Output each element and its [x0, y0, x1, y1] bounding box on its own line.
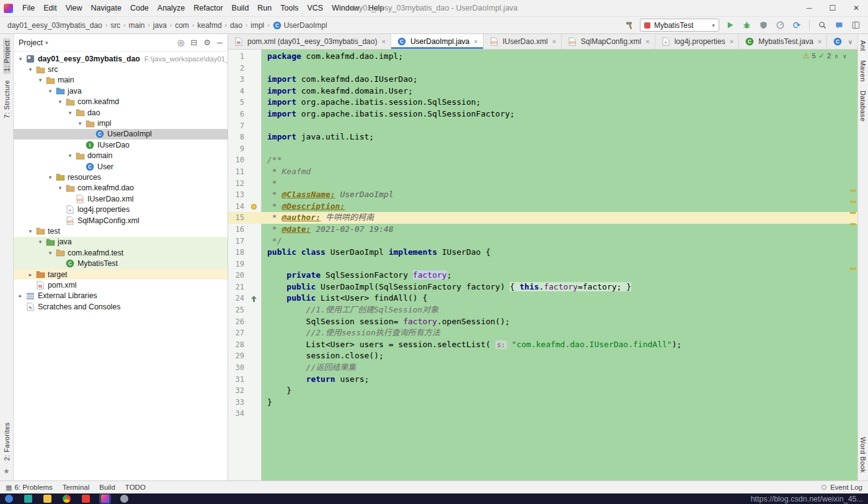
code-line-33[interactable]: 33} — [228, 397, 857, 409]
expand-arrow[interactable]: ▾ — [36, 77, 45, 83]
debug-button[interactable] — [740, 19, 753, 32]
code-line-20[interactable]: 20 private SqlSessionFactory factory; — [228, 270, 857, 281]
notifications-icon[interactable] — [833, 19, 845, 32]
code-line-12[interactable]: 12 * — [228, 178, 857, 190]
gutter[interactable]: 24 — [228, 293, 261, 304]
tree-item-domain[interactable]: ▾domain — [14, 151, 228, 161]
tab-log4j-properties[interactable]: ≡log4j.properties× — [655, 34, 740, 49]
tab-close-icon[interactable]: × — [474, 38, 477, 45]
expand-arrow[interactable]: ▾ — [66, 153, 74, 159]
favorites-star-icon[interactable]: ★ — [3, 467, 10, 475]
expand-arrow[interactable]: ▸ — [26, 272, 35, 278]
code-line-6[interactable]: 6import org.apache.ibatis.session.SqlSes… — [228, 108, 857, 120]
gutter[interactable]: 4 — [228, 86, 261, 97]
code-line-15[interactable]: 15 * @author: 牛哄哄的柯南 — [228, 212, 857, 224]
taskbar-edge-icon[interactable] — [5, 495, 13, 503]
code-line-1[interactable]: 1package com.keafmd.dao.impl; — [228, 51, 857, 63]
menu-tools[interactable]: Tools — [276, 0, 303, 17]
code-line-28[interactable]: 28 List<User> users = session.selectList… — [228, 339, 857, 351]
code-line-4[interactable]: 4import com.keafmd.domain.User; — [228, 86, 857, 97]
gutter[interactable]: 31 — [228, 374, 261, 386]
taskbar-intellij-icon[interactable] — [101, 495, 109, 503]
code-line-7[interactable]: 7 — [228, 120, 857, 132]
tool-button-ant[interactable]: Ant — [859, 38, 867, 54]
tree-item-com-keafmd[interactable]: ▾com.keafmd — [14, 97, 228, 107]
code-line-18[interactable]: 18public class UserDaoImpl implements IU… — [228, 247, 857, 259]
gutter[interactable]: 3 — [228, 74, 261, 86]
code-line-24[interactable]: 24 public List<User> findAll() { — [228, 293, 857, 304]
code-line-30[interactable]: 30 //返回结果集 — [228, 362, 857, 374]
coverage-button[interactable] — [757, 19, 769, 32]
tab-sqlmapconfig-xml[interactable]: </>SqlMapConfig.xml× — [562, 34, 655, 49]
code-line-16[interactable]: 16 * @date: 2021-02-07 19:48 — [228, 224, 857, 236]
gutter[interactable]: 30 — [228, 362, 261, 374]
warning-stripe-mark[interactable] — [850, 201, 856, 203]
gutter[interactable]: 14 — [228, 201, 261, 213]
tree-item-userdaoimpl[interactable]: CUserDaoImpl — [14, 129, 228, 139]
gutter[interactable]: 27 — [228, 327, 261, 339]
gutter[interactable]: 25 — [228, 304, 261, 316]
tab-close-icon[interactable]: × — [552, 38, 556, 45]
tab-iuserdao-xml[interactable]: </>IUserDao.xml× — [484, 34, 562, 49]
gutter[interactable]: 15 — [228, 212, 261, 224]
breadcrumb-dao[interactable]: dao — [229, 21, 244, 30]
search-everywhere-icon[interactable] — [816, 19, 828, 32]
maximize-button[interactable]: ☐ — [821, 0, 844, 17]
menu-edit[interactable]: Edit — [39, 0, 61, 17]
status-6-problems[interactable]: 6: Problems — [14, 484, 52, 491]
breadcrumb-src[interactable]: src — [109, 21, 122, 30]
gutter[interactable]: 11 — [228, 166, 261, 178]
collapse-all-icon[interactable]: ⊟ — [190, 38, 197, 47]
gutter[interactable]: 33 — [228, 397, 261, 409]
code-line-9[interactable]: 9 — [228, 143, 857, 155]
profiler-button[interactable] — [774, 19, 786, 32]
expand-arrow[interactable]: ▾ — [46, 88, 55, 94]
menu-file[interactable]: File — [18, 0, 39, 17]
tree-item-java[interactable]: ▾java — [14, 86, 228, 96]
tree-item-iuserdao[interactable]: IIUserDao — [14, 139, 228, 150]
tree-item-pom-xml[interactable]: mpom.xml — [14, 280, 228, 290]
tab-close-icon[interactable]: × — [818, 38, 822, 45]
tool-button-maven[interactable]: Maven — [859, 58, 867, 84]
maven-sync-icon[interactable]: ⟳ — [790, 19, 803, 32]
run-button[interactable] — [724, 19, 736, 32]
expand-arrow[interactable]: ▾ — [66, 110, 74, 116]
menu-navigate[interactable]: Navigate — [87, 0, 126, 17]
next-warning-chevron-icon[interactable]: ∨ — [842, 53, 848, 60]
code-line-14[interactable]: 14 * @Description: — [228, 201, 857, 213]
gutter[interactable]: 28 — [228, 339, 261, 351]
tree-item-external-libraries[interactable]: ▸External Libraries — [14, 291, 228, 301]
tool-button-database[interactable]: Database — [859, 88, 867, 124]
breadcrumb-main[interactable]: main — [127, 21, 146, 30]
gutter[interactable]: 10 — [228, 154, 261, 166]
gutter[interactable]: 7 — [228, 120, 261, 132]
gutter[interactable]: 12 — [228, 178, 261, 190]
gutter[interactable]: 34 — [228, 408, 261, 420]
tree-item-impl[interactable]: ▾impl — [14, 118, 228, 128]
breadcrumb-java[interactable]: java — [152, 21, 168, 30]
settings-gear-icon[interactable]: ⚙ — [203, 38, 211, 47]
warning-stripe-mark[interactable] — [850, 268, 856, 270]
gutter[interactable]: 29 — [228, 350, 261, 362]
warning-stripe-mark[interactable] — [850, 223, 856, 225]
tree-item-java[interactable]: ▾java — [14, 237, 228, 247]
code-line-19[interactable]: 19 — [228, 259, 857, 270]
breadcrumb-impl[interactable]: impl — [249, 21, 265, 30]
taskbar-settings-icon[interactable] — [120, 495, 128, 503]
tree-item-com-keafmd-dao[interactable]: ▾com.keafmd.dao — [14, 183, 228, 193]
gutter[interactable]: 6 — [228, 108, 261, 120]
tree-item-day01-eesy-03mybatis-dao[interactable]: ▾day01_eesy_03mybatis_daoF:\java_workspa… — [14, 53, 228, 64]
gutter[interactable]: 13 — [228, 189, 261, 201]
gutter[interactable]: 9 — [228, 143, 261, 155]
menu-code[interactable]: Code — [126, 0, 153, 17]
tree-item-target[interactable]: ▸target — [14, 269, 228, 280]
menu-run[interactable]: Run — [253, 0, 276, 17]
locate-file-icon[interactable]: ◎ — [177, 38, 184, 47]
tool-button-1-project[interactable]: 1: Project — [3, 38, 11, 74]
gutter[interactable]: 8 — [228, 131, 261, 143]
expand-arrow[interactable]: ▾ — [76, 120, 84, 126]
warning-stripe-mark[interactable] — [850, 190, 856, 192]
breadcrumb-day01-eesy-03mybatis-dao[interactable]: day01_eesy_03mybatis_dao — [6, 21, 104, 30]
gutter[interactable]: 32 — [228, 385, 261, 397]
taskbar-red-app-icon[interactable] — [82, 495, 90, 503]
